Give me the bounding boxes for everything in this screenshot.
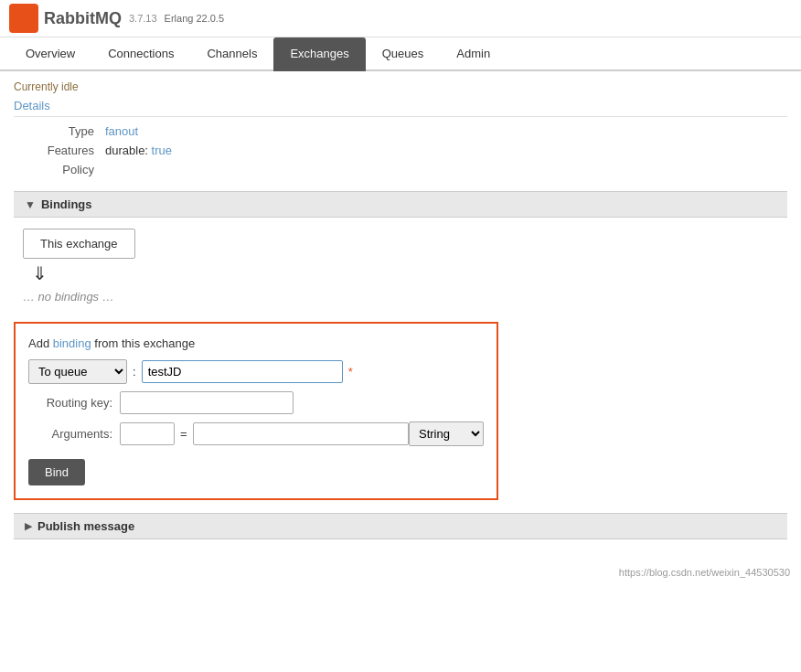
queue-name-input[interactable]	[142, 360, 343, 383]
bindings-header[interactable]: ▼ Bindings	[14, 191, 787, 218]
routing-key-input[interactable]	[120, 391, 294, 414]
argument-value-input[interactable]	[193, 422, 409, 445]
routing-key-row: Routing key:	[28, 391, 484, 414]
equals-sign: =	[180, 427, 187, 441]
colon-separator: :	[127, 365, 142, 379]
version-badge: 3.7.13	[129, 13, 157, 24]
no-bindings-text: … no bindings …	[23, 290, 787, 304]
tab-channels[interactable]: Channels	[190, 37, 273, 71]
exchange-box: This exchange	[23, 229, 135, 259]
durable-value: true	[152, 144, 172, 157]
arguments-label: Arguments:	[28, 427, 120, 441]
argument-key-input[interactable]	[120, 422, 175, 445]
content-area: Currently idle Details Type fanout Featu…	[0, 71, 801, 552]
bind-button[interactable]: Bind	[28, 459, 85, 485]
details-table: Type fanout Features durable: true Polic…	[14, 124, 787, 176]
add-binding-form: Add binding from this exchange To queue …	[14, 322, 498, 500]
durable-label: durable:	[105, 144, 148, 157]
logo-text: RabbitMQ	[44, 9, 122, 28]
policy-label: Policy	[14, 163, 105, 176]
routing-key-label: Routing key:	[28, 396, 120, 410]
features-row: Features durable: true	[14, 144, 787, 157]
features-value: durable: true	[105, 144, 172, 157]
tab-overview[interactable]: Overview	[9, 37, 91, 71]
tab-queues[interactable]: Queues	[366, 37, 441, 71]
type-value: fanout	[105, 124, 138, 138]
publish-title: Publish message	[37, 519, 134, 533]
bindings-content: This exchange ⇓ … no bindings …	[14, 229, 787, 304]
logo-icon	[9, 4, 38, 33]
erlang-badge: Erlang 22.0.5	[165, 13, 224, 24]
type-row: Type fanout	[14, 124, 787, 138]
tab-connections[interactable]: Connections	[91, 37, 190, 71]
top-bar: RabbitMQ 3.7.13 Erlang 22.0.5	[0, 0, 801, 37]
required-indicator: *	[348, 365, 353, 379]
add-binding-title: Add binding from this exchange	[28, 336, 484, 350]
policy-row: Policy	[14, 163, 787, 176]
logo: RabbitMQ 3.7.13 Erlang 22.0.5	[9, 4, 224, 33]
idle-status: Currently idle	[14, 80, 787, 93]
down-arrow-icon: ⇓	[32, 262, 787, 284]
queue-row: To queue To exchange : *	[28, 359, 484, 384]
arguments-row: Arguments: = String Number Boolean	[28, 421, 484, 446]
details-section-title: Details	[14, 99, 787, 117]
bindings-title: Bindings	[41, 197, 92, 211]
tab-exchanges[interactable]: Exchanges	[273, 37, 365, 71]
nav-tabs: Overview Connections Channels Exchanges …	[0, 37, 801, 71]
argument-type-select[interactable]: String Number Boolean	[409, 421, 484, 446]
publish-header[interactable]: ▶ Publish message	[14, 513, 787, 539]
features-label: Features	[14, 144, 105, 157]
publish-expand-arrow: ▶	[25, 520, 32, 532]
tab-admin[interactable]: Admin	[440, 37, 507, 71]
bindings-expand-arrow: ▼	[25, 198, 36, 211]
queue-type-select[interactable]: To queue To exchange	[28, 359, 127, 384]
footer-url: https://blog.csdn.net/weixin_44530530	[0, 561, 801, 583]
type-label: Type	[14, 124, 105, 138]
